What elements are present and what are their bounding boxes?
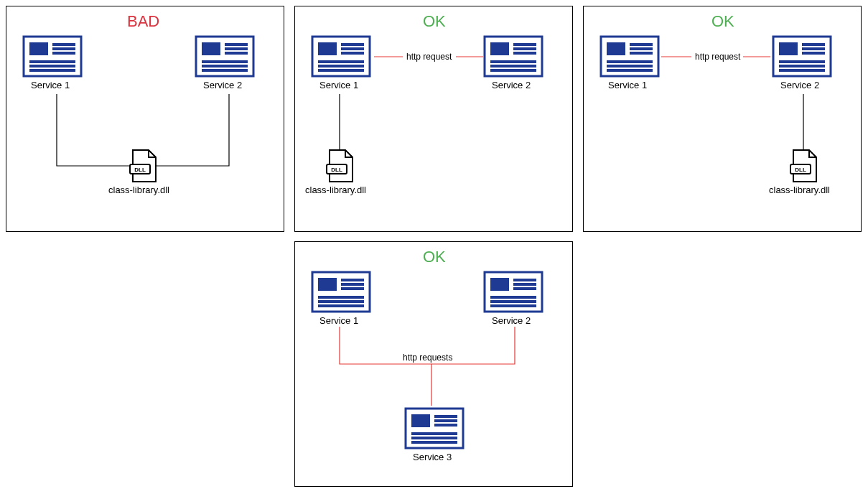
panel-bad: BAD Service 1 Service 2 class-library.dl… <box>6 6 284 232</box>
arrows <box>584 6 862 233</box>
panel-ok2: OK Service 1 Service 2 class-library.dll… <box>583 6 862 232</box>
http-label: http requests <box>401 353 454 363</box>
dll-to-services-arrows <box>6 6 285 233</box>
http-label: http request <box>695 52 740 62</box>
arrows <box>295 6 574 233</box>
http-label: http request <box>406 52 452 62</box>
panel-ok1: OK Service 1 Service 2 class-library.dll… <box>294 6 573 232</box>
panel-ok3: OK Service 1 Service 2 Service 3 http re… <box>294 241 573 487</box>
arrows <box>295 242 574 488</box>
